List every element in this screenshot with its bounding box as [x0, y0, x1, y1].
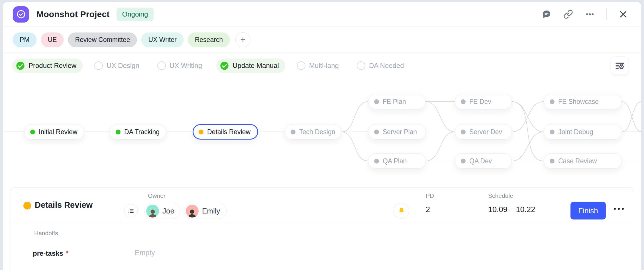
header-actions [541, 9, 628, 20]
pre-tasks-label: pre-tasks [33, 249, 63, 257]
flow-node-tech-design[interactable]: Tech Design [285, 124, 341, 140]
node-label: FE Dev [469, 98, 491, 106]
task-detail-header: Details Review Owner Joe [10, 188, 634, 223]
status-dot [550, 159, 555, 164]
node-label: Initial Review [39, 128, 78, 136]
subtasks-button[interactable] [124, 204, 138, 217]
status-dot [461, 130, 466, 134]
project-modal: Moonshot Project Ongoing [2, 2, 642, 270]
filter-da-needed[interactable]: DA Needed [353, 59, 410, 73]
node-label: Server Dev [469, 128, 502, 136]
task-list-icon [127, 207, 135, 215]
node-label: Case Review [558, 157, 597, 165]
node-label: FE Plan [383, 98, 406, 106]
status-dot [374, 159, 379, 164]
status-dot [374, 99, 379, 104]
link-icon[interactable] [563, 9, 573, 19]
required-mark: * [66, 249, 69, 257]
handoffs-label: Handoffs [34, 230, 58, 237]
unchecked-circle-icon [157, 61, 166, 70]
owner-chip-joe[interactable]: Joe [144, 203, 181, 219]
node-label: DA Tracking [124, 128, 160, 136]
unchecked-circle-icon [297, 61, 305, 70]
task-title: Details Review [35, 200, 93, 210]
filter-ux-writing[interactable]: UX Writing [154, 59, 208, 73]
header-divider [606, 9, 607, 20]
filter-label: Product Review [28, 62, 76, 70]
filter-label: UX Design [107, 62, 139, 70]
tag-review-committee[interactable]: Review Committee [68, 33, 137, 47]
flow-node-details-review[interactable]: Details Review [193, 124, 258, 140]
flow-node-server-plan[interactable]: Server Plan [368, 124, 426, 140]
filter-label: DA Needed [369, 62, 404, 70]
close-icon[interactable] [618, 9, 628, 19]
flow-node-joint-debug[interactable]: Joint Debug [544, 124, 622, 140]
node-label: Joint Debug [558, 128, 593, 136]
node-label: Tech Design [299, 128, 335, 136]
unchecked-circle-icon [94, 61, 103, 70]
status-dot [461, 159, 466, 164]
page-title: Moonshot Project [36, 9, 110, 19]
status-dot [199, 130, 203, 134]
schedule-label: Schedule [488, 192, 535, 199]
flow-node-server-dev[interactable]: Server Dev [455, 124, 512, 140]
more-icon[interactable] [585, 9, 595, 19]
avatar [186, 205, 199, 217]
owner-chip-emily[interactable]: Emily [184, 203, 227, 219]
schedule-stat: Schedule 10.09 – 10.22 [488, 192, 535, 214]
pd-label: PD [426, 192, 434, 199]
flow-node-qa-plan[interactable]: QA Plan [368, 153, 426, 169]
status-dot [116, 130, 121, 134]
project-check-icon [13, 6, 29, 23]
filter-settings-icon [615, 61, 625, 71]
finish-button[interactable]: Finish [570, 202, 606, 219]
flow-node-qa-dev[interactable]: QA Dev [455, 153, 512, 169]
filter-ux-design[interactable]: UX Design [91, 59, 146, 73]
schedule-value: 10.09 – 10.22 [488, 205, 535, 214]
filter-label: UX Writing [170, 62, 202, 70]
tag-ux-writer[interactable]: UX Writer [141, 33, 183, 47]
filter-update-manual[interactable]: Update Manual [216, 59, 285, 73]
filter-label: Update Manual [233, 62, 279, 70]
node-label: Server Plan [383, 128, 417, 136]
node-label: QA Dev [469, 157, 492, 165]
pre-tasks-value[interactable]: Empty [135, 249, 155, 257]
unchecked-circle-icon [357, 61, 365, 70]
workflow-diagram: Initial Review DA Tracking Details Revie… [3, 74, 642, 188]
owner-chips: Joe Emily [144, 203, 227, 219]
node-label: FE Showcase [558, 98, 599, 106]
notification-button[interactable] [394, 203, 409, 219]
task-status-dot [23, 202, 31, 209]
tag-pm[interactable]: PM [13, 33, 36, 47]
flow-node-fe-plan[interactable]: FE Plan [368, 94, 426, 109]
filter-multi-lang[interactable]: Multi-lang [293, 59, 345, 73]
task-detail-card: Details Review Owner Joe [10, 188, 634, 270]
flow-node-fe-dev[interactable]: FE Dev [455, 94, 512, 109]
comment-icon[interactable] [541, 9, 552, 19]
status-dot [291, 130, 295, 134]
filter-label: Multi-lang [309, 62, 339, 70]
tags-row: PM UE Review Committee UX Writer Researc… [3, 27, 641, 53]
tag-research[interactable]: Research [188, 33, 230, 47]
checked-icon [220, 61, 229, 70]
tag-ue[interactable]: UE [41, 33, 64, 47]
flow-node-da-tracking[interactable]: DA Tracking [110, 124, 166, 140]
flow-node-initial-review[interactable]: Initial Review [24, 124, 84, 140]
node-label: QA Plan [383, 157, 407, 165]
flow-node-fe-showcase[interactable]: FE Showcase [544, 94, 622, 109]
node-label: Details Review [207, 128, 250, 136]
status-dot [550, 99, 555, 104]
avatar [146, 205, 159, 217]
task-more-icon[interactable] [614, 208, 624, 210]
view-settings-button[interactable] [611, 57, 629, 75]
status-dot [30, 130, 35, 134]
filter-product-review[interactable]: Product Review [12, 59, 83, 73]
owner-name: Emily [202, 207, 220, 215]
checked-icon [16, 61, 25, 70]
pd-value: 2 [426, 205, 434, 214]
pd-stat: PD 2 [426, 192, 434, 214]
status-dot [374, 130, 379, 134]
owner-name: Joe [162, 207, 174, 215]
add-tag-button[interactable]: + [235, 32, 250, 47]
flow-node-case-review[interactable]: Case Review [544, 153, 622, 169]
